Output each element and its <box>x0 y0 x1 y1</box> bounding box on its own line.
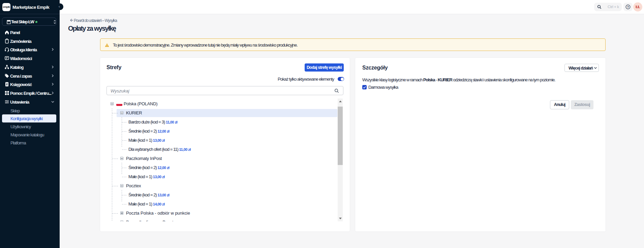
svg-text:?: ? <box>627 5 629 9</box>
